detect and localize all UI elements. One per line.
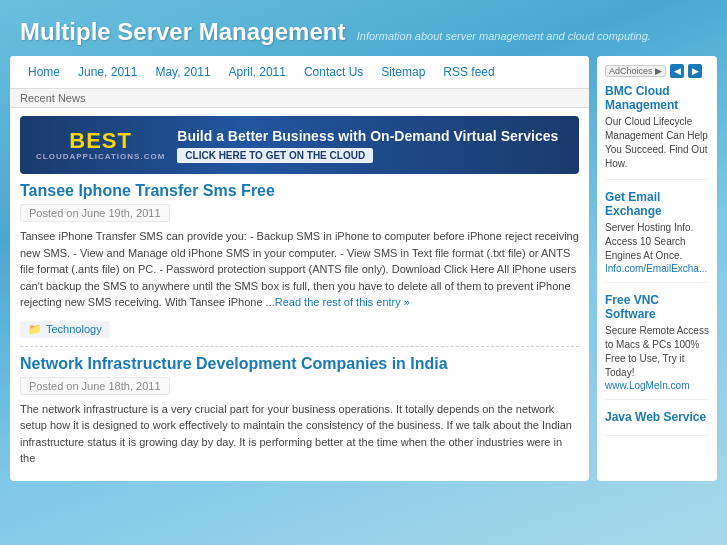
sidebar-ad-1-body: Our Cloud Lifecycle Management Can Help … bbox=[605, 115, 709, 171]
sidebar-ad-3: Free VNC Software Secure Remote Access t… bbox=[605, 293, 709, 400]
article-divider bbox=[20, 346, 579, 347]
banner-title: Build a Better Business with On-Demand V… bbox=[177, 128, 563, 144]
article-1-body: Tansee iPhone Transfer SMS can provide y… bbox=[20, 228, 579, 311]
ad-choices-label: AdChoices ▶ bbox=[605, 65, 666, 77]
sidebar-ad-1-title[interactable]: BMC Cloud Management bbox=[605, 84, 709, 112]
banner-content: Build a Better Business with On-Demand V… bbox=[177, 128, 563, 163]
article-1-tag[interactable]: 📁 Technology bbox=[20, 321, 110, 338]
banner-cta[interactable]: CLICK HERE TO GET ON THE CLOUD bbox=[177, 148, 373, 163]
nav-sitemap[interactable]: Sitemap bbox=[373, 62, 433, 82]
sidebar-ad-3-link[interactable]: www.LogMeIn.com bbox=[605, 380, 709, 391]
site-subtitle: Information about server management and … bbox=[357, 30, 651, 42]
article-1-tag-label: Technology bbox=[46, 323, 102, 335]
sidebar-ad-2: Get Email Exchange Server Hosting Info. … bbox=[605, 190, 709, 283]
page-wrapper: Multiple Server Management Information a… bbox=[0, 0, 727, 545]
article-2-title[interactable]: Network Infrastructure Development Compa… bbox=[20, 355, 579, 373]
banner-area: BEST CLOUDAPPLICATIONS.COM Build a Bette… bbox=[10, 108, 589, 182]
article-1-date: Posted on June 19th, 2011 bbox=[20, 204, 170, 222]
article-2-body: The network infrastructure is a very cru… bbox=[20, 401, 579, 467]
sidebar-ad-1: BMC Cloud Management Our Cloud Lifecycle… bbox=[605, 84, 709, 180]
ad-next-button[interactable]: ▶ bbox=[688, 64, 702, 78]
ad-prev-button[interactable]: ◀ bbox=[670, 64, 684, 78]
header: Multiple Server Management Information a… bbox=[0, 0, 727, 56]
sidebar-ad-4: Java Web Service bbox=[605, 410, 709, 436]
banner-logo-best: BEST bbox=[69, 129, 132, 153]
nav-rss[interactable]: RSS feed bbox=[435, 62, 502, 82]
sidebar-ad-3-title[interactable]: Free VNC Software bbox=[605, 293, 709, 321]
site-title: Multiple Server Management bbox=[20, 18, 345, 45]
nav-june2011[interactable]: June, 2011 bbox=[70, 62, 145, 82]
content-area: Home June, 2011 May, 2011 April, 2011 Co… bbox=[10, 56, 589, 481]
sidebar-ad-header: AdChoices ▶ ◀ ▶ bbox=[605, 64, 709, 78]
recent-news-label: Recent News bbox=[20, 92, 85, 104]
banner-logo-sub: CLOUDAPPLICATIONS.COM bbox=[36, 153, 165, 162]
folder-icon: 📁 bbox=[28, 323, 42, 336]
sidebar-ad-2-body: Server Hosting Info. Access 10 Search En… bbox=[605, 221, 709, 263]
nav-home[interactable]: Home bbox=[20, 62, 68, 82]
article-1-title[interactable]: Tansee Iphone Transfer Sms Free bbox=[20, 182, 579, 200]
article-2-date: Posted on June 18th, 2011 bbox=[20, 377, 170, 395]
sidebar-ad-2-title[interactable]: Get Email Exchange bbox=[605, 190, 709, 218]
sidebar-ad-3-body: Secure Remote Access to Macs & PCs 100% … bbox=[605, 324, 709, 380]
nav-april2011[interactable]: April, 2011 bbox=[221, 62, 294, 82]
article-1: Tansee Iphone Transfer Sms Free Posted o… bbox=[20, 182, 579, 338]
banner[interactable]: BEST CLOUDAPPLICATIONS.COM Build a Bette… bbox=[20, 116, 579, 174]
banner-logo: BEST CLOUDAPPLICATIONS.COM bbox=[36, 129, 165, 162]
article-2: Network Infrastructure Development Compa… bbox=[20, 355, 579, 467]
sidebar: AdChoices ▶ ◀ ▶ BMC Cloud Management Our… bbox=[597, 56, 717, 481]
navbar: Home June, 2011 May, 2011 April, 2011 Co… bbox=[10, 56, 589, 89]
articles: Tansee Iphone Transfer Sms Free Posted o… bbox=[10, 182, 589, 481]
nav-may2011[interactable]: May, 2011 bbox=[147, 62, 218, 82]
article-1-read-more[interactable]: Read the rest of this entry » bbox=[275, 296, 410, 308]
sidebar-ad-2-link[interactable]: Info.com/EmailExcha... bbox=[605, 263, 709, 274]
recent-news-bar: Recent News bbox=[10, 89, 589, 108]
sidebar-ad-4-title[interactable]: Java Web Service bbox=[605, 410, 709, 424]
nav-contact[interactable]: Contact Us bbox=[296, 62, 371, 82]
main-container: Home June, 2011 May, 2011 April, 2011 Co… bbox=[10, 56, 717, 481]
